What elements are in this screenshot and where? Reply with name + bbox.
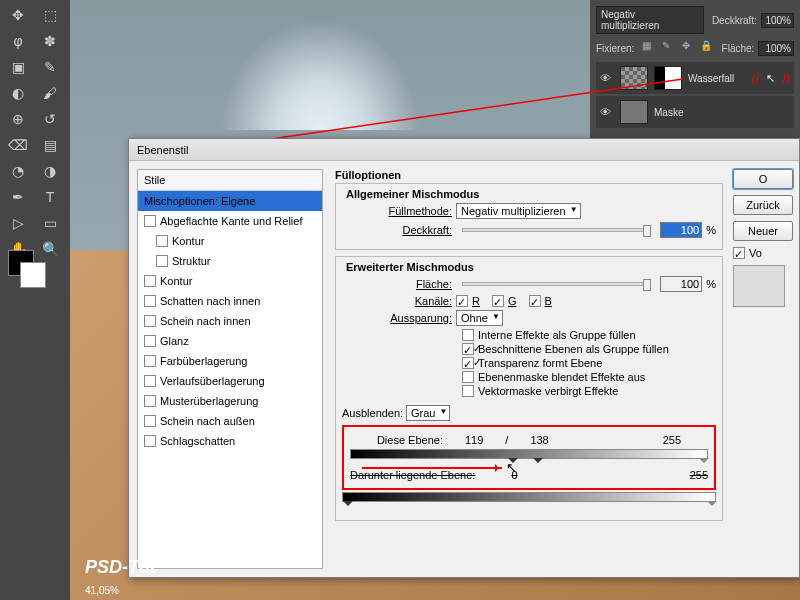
tool-stamp[interactable]: ⊕ — [3, 107, 33, 131]
style-checkbox[interactable] — [156, 235, 168, 247]
cursor-icon: ↖ — [766, 72, 775, 85]
opacity-input[interactable]: 100 — [660, 222, 702, 238]
tool-history[interactable]: ↺ — [35, 107, 65, 131]
advanced-legend: Erweiterter Mischmodus — [342, 261, 716, 273]
style-checkbox[interactable] — [144, 435, 156, 447]
opt2-checkbox[interactable]: ✓ — [462, 343, 474, 355]
tool-eyedrop[interactable]: ✎ — [35, 55, 65, 79]
style-label: Kontur — [172, 235, 204, 247]
opt4-checkbox[interactable] — [462, 371, 474, 383]
blend-mode-select[interactable]: Negativ multiplizieren — [596, 6, 704, 34]
fill-method-select[interactable]: Negativ multiplizieren — [456, 203, 581, 219]
visibility-icon[interactable]: 👁 — [600, 106, 614, 118]
layer-row-maske[interactable]: 👁 Maske — [596, 96, 794, 128]
style-checkbox[interactable] — [156, 255, 168, 267]
lock-all-icon[interactable]: 🔒 — [698, 40, 714, 56]
new-style-button[interactable]: Neuer — [733, 221, 793, 241]
tool-marquee[interactable]: ⬚ — [35, 3, 65, 27]
channel-r-checkbox[interactable]: ✓ — [456, 295, 468, 307]
ok-button[interactable]: O — [733, 169, 793, 189]
style-checkbox[interactable] — [144, 395, 156, 407]
tool-heal[interactable]: ◐ — [3, 81, 33, 105]
style-item[interactable]: Schein nach innen — [138, 311, 322, 331]
slider-black-tri-split[interactable] — [533, 458, 543, 468]
slider-white-tri[interactable] — [699, 458, 709, 468]
background-swatch[interactable] — [20, 262, 46, 288]
tool-pen[interactable]: ✒ — [3, 185, 33, 209]
area-input[interactable]: 100 — [660, 276, 702, 292]
opt5-checkbox[interactable] — [462, 385, 474, 397]
channel-b-checkbox[interactable]: ✓ — [529, 295, 541, 307]
style-item[interactable]: Schein nach außen — [138, 411, 322, 431]
tool-type[interactable]: T — [35, 185, 65, 209]
slider-black-tri[interactable] — [343, 501, 353, 511]
style-item[interactable]: Musterüberlagerung — [138, 391, 322, 411]
style-checkbox[interactable] — [144, 215, 156, 227]
style-checkbox[interactable] — [144, 415, 156, 427]
tools-panel: ✥⬚ φ✽ ▣✎ ◐🖌 ⊕↺ ⌫▤ ◔◑ ✒T ▷▭ ✋🔍 — [0, 0, 70, 600]
layer-thumb[interactable] — [620, 66, 648, 90]
style-item[interactable]: Mischoptionen: Eigene — [138, 191, 322, 211]
knockout-select[interactable]: Ohne — [456, 310, 503, 326]
style-item[interactable]: Kontur — [138, 271, 322, 291]
visibility-icon[interactable]: 👁 — [600, 72, 614, 84]
style-checkbox[interactable] — [144, 295, 156, 307]
tool-dodge[interactable]: ◑ — [35, 159, 65, 183]
style-label: Abgeflachte Kante und Relief — [160, 215, 303, 227]
lock-pixels-icon[interactable]: ▦ — [638, 40, 654, 56]
this-layer-gradient[interactable] — [350, 449, 708, 459]
style-checkbox[interactable] — [144, 315, 156, 327]
style-item[interactable]: Verlaufsüberlagerung — [138, 371, 322, 391]
tool-blur[interactable]: ◔ — [3, 159, 33, 183]
opt1-checkbox[interactable] — [462, 329, 474, 341]
tool-zoom[interactable]: 🔍 — [35, 237, 65, 261]
layer-row-wasserfall[interactable]: 👁 Wasserfall (( ↖ )) — [596, 62, 794, 94]
lock-brush-icon[interactable]: ✎ — [658, 40, 674, 56]
lock-move-icon[interactable]: ✥ — [678, 40, 694, 56]
cancel-button[interactable]: Zurück — [733, 195, 793, 215]
tool-gradient[interactable]: ▤ — [35, 133, 65, 157]
tool-shape[interactable]: ▭ — [35, 211, 65, 235]
tool-eraser[interactable]: ⌫ — [3, 133, 33, 157]
opacity-input[interactable]: 100% — [761, 13, 794, 28]
channel-g-checkbox[interactable]: ✓ — [492, 295, 504, 307]
blendif-highlight: Diese Ebene: 119 / 138 255 ↖ — [342, 425, 716, 490]
layer-name[interactable]: Wasserfall — [688, 73, 746, 84]
tool-path[interactable]: ▷ — [3, 211, 33, 235]
anno-paren-l: (( — [752, 70, 761, 86]
canvas-wave — [220, 20, 420, 130]
layer-name[interactable]: Maske — [654, 107, 790, 118]
tool-wand[interactable]: ✽ — [35, 29, 65, 53]
style-checkbox[interactable] — [144, 275, 156, 287]
style-item[interactable]: Struktur — [138, 251, 322, 271]
zoom-level[interactable]: 41,05% — [85, 585, 119, 596]
style-item[interactable]: Abgeflachte Kante und Relief — [138, 211, 322, 231]
style-item[interactable]: Farbüberlagerung — [138, 351, 322, 371]
style-item[interactable]: Schatten nach innen — [138, 291, 322, 311]
under-layer-gradient[interactable] — [342, 492, 716, 502]
style-label: Kontur — [160, 275, 192, 287]
dialog-title: Ebenenstil — [129, 139, 799, 161]
style-label: Schatten nach innen — [160, 295, 260, 307]
tool-brush[interactable]: 🖌 — [35, 81, 65, 105]
opt3-checkbox[interactable]: ✓ — [462, 357, 474, 369]
preview-checkbox[interactable]: ✓ — [733, 247, 745, 259]
style-checkbox[interactable] — [144, 375, 156, 387]
fill-input[interactable]: 100% — [758, 41, 794, 56]
blendif-select[interactable]: Grau — [406, 405, 450, 421]
tool-crop[interactable]: ▣ — [3, 55, 33, 79]
styles-header: Stile — [138, 170, 322, 191]
layer-thumb[interactable] — [620, 100, 648, 124]
style-item[interactable]: Glanz — [138, 331, 322, 351]
mask-thumb[interactable] — [654, 66, 682, 90]
style-checkbox[interactable] — [144, 355, 156, 367]
style-item[interactable]: Kontur — [138, 231, 322, 251]
style-item[interactable]: Schlagschatten — [138, 431, 322, 451]
area-slider[interactable] — [462, 282, 650, 286]
tool-lasso[interactable]: φ — [3, 29, 33, 53]
tool-move[interactable]: ✥ — [3, 3, 33, 27]
slider-white-tri[interactable] — [707, 501, 717, 511]
opacity-slider[interactable] — [462, 228, 650, 232]
style-checkbox[interactable] — [144, 335, 156, 347]
layers-panel: Negativ multiplizieren Deckkraft: 100% F… — [590, 0, 800, 140]
